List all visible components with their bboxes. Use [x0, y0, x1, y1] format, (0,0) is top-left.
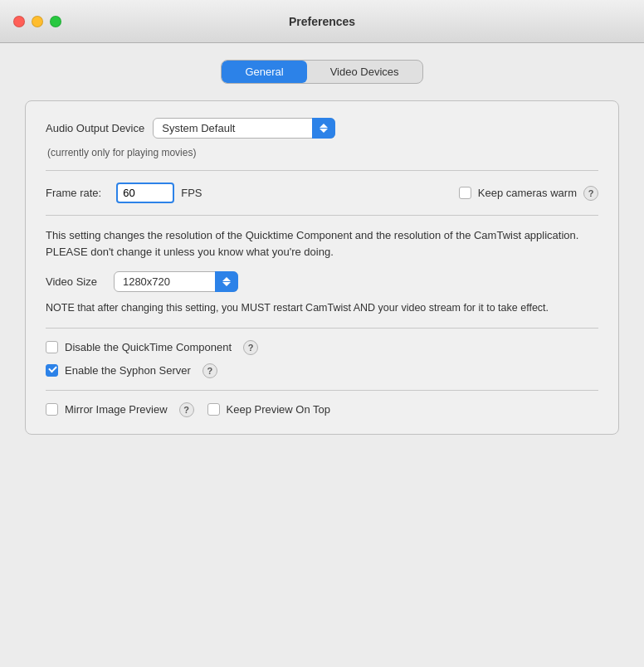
framerate-label: Frame rate: [46, 187, 101, 199]
enable-syphon-help-icon[interactable]: ? [202, 363, 217, 378]
mirror-image-row: Mirror Image Preview ? [46, 402, 194, 417]
titlebar: Preferences [0, 0, 644, 43]
bottom-row: Mirror Image Preview ? Keep Preview On T… [46, 402, 598, 417]
traffic-lights [13, 16, 61, 27]
restart-note: NOTE that after changing this setting, y… [46, 300, 598, 316]
general-panel: Audio Output Device System Default (curr… [25, 100, 619, 435]
divider-2 [46, 215, 598, 216]
enable-syphon-row: Enable the Syphon Server ? [46, 363, 598, 378]
keep-cameras-checkbox[interactable] [459, 187, 471, 199]
tab-container: General Video Devices [221, 60, 422, 84]
mirror-image-label: Mirror Image Preview [65, 403, 168, 416]
main-content: General Video Devices Audio Output Devic… [0, 43, 644, 667]
disable-qt-checkbox[interactable] [46, 341, 58, 353]
audio-output-select[interactable]: System Default [153, 118, 335, 139]
tab-video-devices[interactable]: Video Devices [307, 61, 422, 83]
divider-1 [46, 170, 598, 171]
video-size-select-wrapper: 640x4801280x7201920x1080 [114, 271, 238, 292]
window-title: Preferences [289, 15, 355, 28]
disable-qt-help-icon[interactable]: ? [243, 340, 258, 355]
tab-general[interactable]: General [222, 61, 306, 83]
keep-preview-checkbox[interactable] [207, 403, 220, 416]
audio-output-note: (currently only for playing movies) [47, 147, 598, 158]
info-text: This setting changes the resolution of t… [46, 227, 598, 260]
disable-qt-row: Disable the QuickTime Component ? [46, 340, 598, 355]
mirror-image-checkbox[interactable] [46, 403, 58, 416]
mirror-image-help-icon[interactable]: ? [179, 402, 194, 417]
video-size-select[interactable]: 640x4801280x7201920x1080 [114, 271, 238, 292]
framerate-row: Frame rate: FPS Keep cameras warm ? [46, 183, 598, 203]
keep-cameras-label: Keep cameras warm [478, 187, 577, 199]
close-button[interactable] [13, 16, 25, 27]
disable-qt-label: Disable the QuickTime Component [65, 341, 232, 353]
framerate-input[interactable] [116, 183, 174, 203]
divider-3 [46, 328, 598, 329]
maximize-button[interactable] [50, 16, 61, 27]
divider-4 [46, 390, 598, 391]
video-size-label: Video Size [46, 275, 97, 288]
tab-bar: General Video Devices [25, 60, 619, 84]
audio-output-label: Audio Output Device [46, 122, 144, 134]
audio-output-select-wrapper: System Default [153, 118, 335, 139]
enable-syphon-label: Enable the Syphon Server [65, 364, 191, 377]
keep-cameras-row: Keep cameras warm ? [459, 186, 598, 201]
video-size-row: Video Size 640x4801280x7201920x1080 [46, 271, 598, 292]
fps-label: FPS [181, 187, 202, 199]
keep-preview-label: Keep Preview On Top [227, 403, 331, 416]
keep-cameras-help-icon[interactable]: ? [583, 186, 598, 201]
audio-output-row: Audio Output Device System Default [46, 118, 598, 139]
enable-syphon-checkbox[interactable] [46, 364, 58, 377]
minimize-button[interactable] [32, 16, 43, 27]
keep-preview-row: Keep Preview On Top [207, 403, 331, 416]
